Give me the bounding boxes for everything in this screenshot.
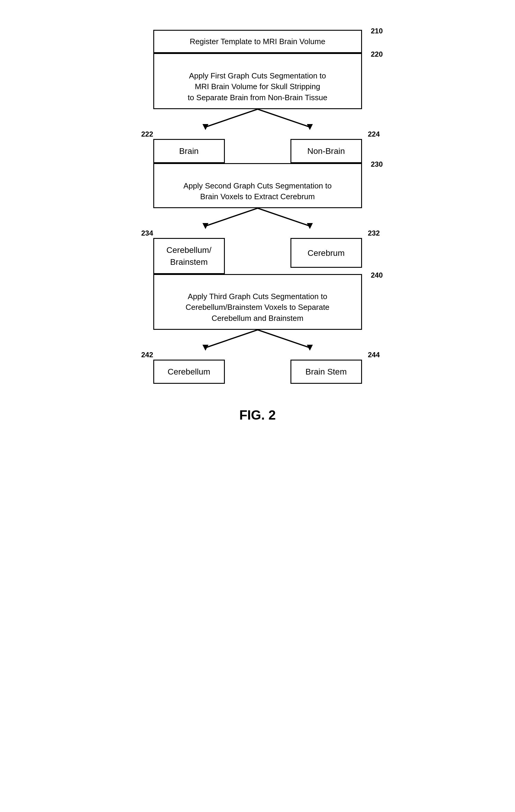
step-230: Apply Second Graph Cuts Segmentation to … [153, 163, 362, 208]
step-232: Cerebrum [290, 238, 362, 268]
svg-line-2 [258, 109, 310, 127]
svg-marker-11 [307, 345, 313, 351]
label-234: 234 [141, 229, 153, 237]
label-232: 232 [368, 229, 380, 237]
split-arrows-230 [153, 208, 362, 238]
svg-marker-3 [307, 124, 313, 130]
step-210: Register Template to MRI Brain Volume [153, 30, 362, 53]
split-arrows-240 [153, 330, 362, 359]
figure-title: FIG. 2 [239, 408, 276, 423]
svg-marker-5 [202, 223, 208, 229]
label-240: 240 [371, 271, 382, 280]
svg-marker-9 [202, 345, 208, 351]
label-210: 210 [371, 27, 382, 35]
step-234: Cerebellum/ Brainstem [153, 238, 225, 274]
svg-line-6 [258, 208, 310, 226]
label-242: 242 [141, 351, 153, 359]
svg-marker-1 [202, 124, 208, 130]
step-224: Non-Brain [290, 139, 362, 163]
flowchart: 210 Register Template to MRI Brain Volum… [123, 30, 392, 384]
label-220: 220 [371, 50, 382, 58]
step-244: Brain Stem [290, 359, 362, 384]
step-222: Brain [153, 139, 225, 163]
label-244: 244 [368, 351, 380, 359]
step-220: Apply First Graph Cuts Segmentation to M… [153, 53, 362, 109]
svg-line-8 [205, 330, 258, 348]
svg-line-0 [205, 109, 258, 127]
svg-line-10 [258, 330, 310, 348]
svg-marker-7 [307, 223, 313, 229]
label-224: 224 [368, 130, 380, 138]
split-arrows-220 [153, 109, 362, 139]
svg-line-4 [205, 208, 258, 226]
step-240: Apply Third Graph Cuts Segmentation to C… [153, 274, 362, 330]
step-242: Cerebellum [153, 359, 225, 384]
label-222: 222 [141, 130, 153, 138]
label-230: 230 [371, 160, 382, 169]
